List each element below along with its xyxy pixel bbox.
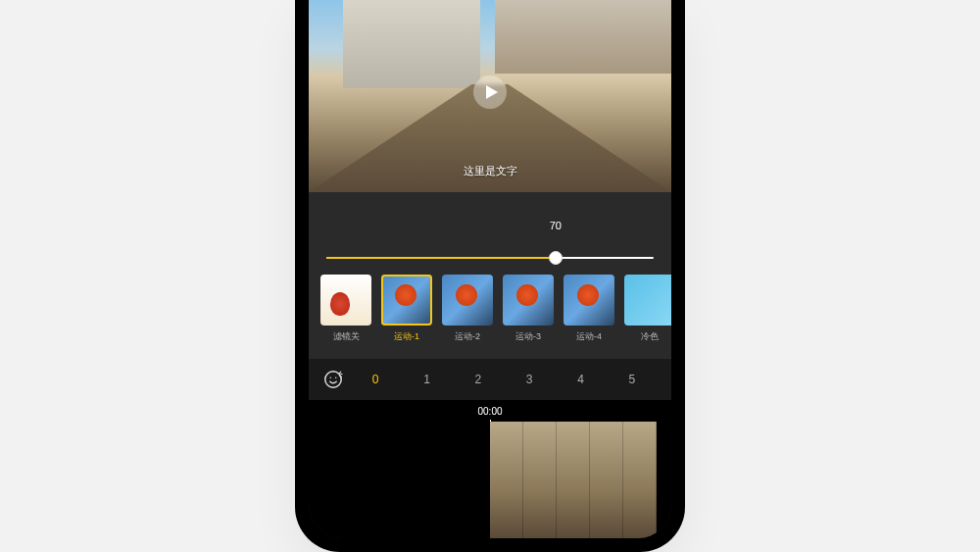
- play-icon: [486, 85, 498, 99]
- category-tab-1[interactable]: 1: [401, 367, 452, 392]
- filter-thumbnail: [624, 275, 671, 326]
- timeline-frame[interactable]: [490, 422, 523, 538]
- filter-thumbnail: [442, 275, 493, 326]
- intensity-slider[interactable]: [326, 257, 654, 259]
- sticker-icon[interactable]: [322, 369, 344, 390]
- filter-list[interactable]: 滤镜关运动-1运动-2运动-3运动-4冷色: [309, 275, 671, 359]
- timeline-frame[interactable]: [590, 422, 623, 538]
- filter-label: 运动-2: [455, 330, 480, 343]
- category-tabs: 012345: [350, 367, 658, 392]
- phone-frame: 这里是文字 70 滤镜关运动-1运动-2运动-3运动-4冷色: [295, 0, 685, 552]
- timeline-frame[interactable]: [523, 422, 557, 538]
- intensity-slider-section: 70: [309, 192, 671, 275]
- slider-fill: [326, 257, 556, 259]
- filter-item-5[interactable]: 冷色: [624, 275, 671, 353]
- timeline-time-label: 00:00: [477, 406, 502, 417]
- filter-thumbnail: [320, 275, 371, 326]
- svg-point-1: [330, 376, 331, 377]
- filter-item-1[interactable]: 运动-1: [381, 275, 432, 353]
- filter-item-4[interactable]: 运动-4: [564, 275, 614, 353]
- filter-label: 运动-1: [394, 330, 419, 343]
- timeline[interactable]: 00:00: [309, 400, 671, 538]
- filter-thumbnail: [381, 275, 432, 326]
- filter-label: 冷色: [641, 330, 659, 343]
- category-tab-2[interactable]: 2: [453, 367, 504, 392]
- category-tab-4[interactable]: 4: [555, 367, 606, 392]
- filter-item-0[interactable]: 滤镜关: [320, 275, 371, 353]
- video-preview[interactable]: 这里是文字: [309, 0, 671, 192]
- filter-thumbnail: [503, 275, 554, 326]
- slider-value-label: 70: [550, 220, 562, 231]
- timeline-frame[interactable]: [623, 422, 657, 538]
- filter-thumbnail: [564, 275, 614, 326]
- filter-item-3[interactable]: 运动-3: [503, 275, 554, 353]
- category-tab-5[interactable]: 5: [607, 367, 658, 392]
- category-tab-row: 012345: [309, 359, 671, 400]
- play-button[interactable]: [473, 75, 507, 109]
- caption-text[interactable]: 这里是文字: [309, 164, 671, 178]
- category-tab-3[interactable]: 3: [504, 367, 555, 392]
- filter-item-2[interactable]: 运动-2: [442, 275, 493, 353]
- svg-point-2: [335, 376, 336, 377]
- slider-thumb[interactable]: [549, 251, 563, 265]
- timeline-frames[interactable]: [490, 422, 671, 538]
- timeline-frame[interactable]: [557, 422, 590, 538]
- filter-label: 运动-4: [576, 330, 602, 343]
- app-screen: 这里是文字 70 滤镜关运动-1运动-2运动-3运动-4冷色: [309, 0, 671, 538]
- filter-label: 滤镜关: [333, 330, 360, 343]
- category-tab-0[interactable]: 0: [350, 367, 401, 392]
- filter-label: 运动-3: [515, 330, 541, 343]
